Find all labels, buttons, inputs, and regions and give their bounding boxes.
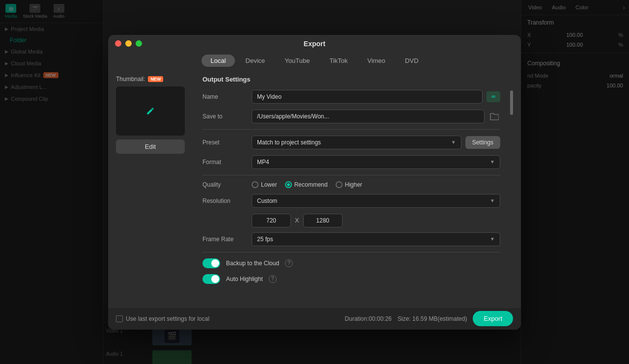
settings-divider-2 [202, 175, 500, 175]
preset-dropdown[interactable]: Match to project settings ▼ [252, 136, 461, 149]
settings-divider-1 [202, 129, 500, 130]
quality-higher[interactable]: Higher [336, 181, 362, 188]
thumbnail-new-badge: NEW [148, 76, 163, 82]
quality-lower[interactable]: Lower [252, 181, 277, 188]
quality-label: Quality [202, 181, 247, 188]
minimize-button[interactable] [125, 40, 132, 47]
ai-name-icon[interactable]: AI [486, 91, 500, 102]
quality-recommend[interactable]: Recommend [285, 181, 328, 188]
frame-rate-control: 25 fps ▼ [252, 232, 500, 246]
resolution-label: Resolution [202, 197, 247, 204]
thumbnail-preview [116, 86, 185, 136]
auto-highlight-toggle[interactable] [202, 274, 220, 284]
resolution-width-input[interactable] [252, 214, 291, 227]
format-control: MP4 ▼ [252, 155, 500, 169]
use-last-label: Use last export settings for local [126, 315, 209, 322]
backup-row: Backup to the Cloud ? [202, 258, 500, 268]
preset-dropdown-arrow: ▼ [451, 140, 456, 145]
use-last-checkbox-box[interactable] [116, 315, 123, 322]
tab-local[interactable]: Local [201, 55, 234, 67]
resolution-inputs-row: X [252, 214, 500, 227]
duration-info: Duration:00:00:26 [345, 315, 392, 322]
format-dropdown-arrow: ▼ [490, 159, 495, 165]
format-row: Format MP4 ▼ [202, 155, 500, 169]
name-label: Name [202, 93, 247, 100]
resolution-row: Resolution Custom ▼ [202, 194, 500, 208]
auto-highlight-help-icon[interactable]: ? [269, 275, 277, 283]
quality-control: Lower Recommend Higher [252, 181, 500, 188]
resolution-control: Custom ▼ [252, 194, 500, 208]
thumbnail-panel: Thumbnail: NEW Edit [116, 76, 195, 300]
name-control: AI [252, 90, 500, 104]
settings-button[interactable]: Settings [465, 136, 500, 149]
edit-thumbnail-button[interactable]: Edit [116, 140, 185, 154]
frame-rate-row: Frame Rate 25 fps ▼ [202, 232, 500, 246]
tab-device[interactable]: Device [237, 55, 274, 67]
framerate-dropdown-arrow: ▼ [490, 236, 495, 242]
export-button[interactable]: Export [473, 311, 513, 326]
auto-highlight-row: Auto Highlight ? [202, 274, 500, 284]
modal-overlay: Export Local Device YouTube TikTok Vimeo… [0, 0, 629, 364]
preset-control: Match to project settings ▼ Settings [252, 136, 500, 149]
radio-lower [252, 181, 258, 188]
modal-titlebar: Export [108, 35, 521, 53]
format-dropdown[interactable]: MP4 ▼ [252, 155, 500, 169]
preset-row: Preset Match to project settings ▼ Setti… [202, 136, 500, 149]
modal-title: Export [304, 40, 325, 48]
resolution-height-input[interactable] [303, 214, 343, 227]
resolution-x-separator: X [295, 217, 299, 224]
modal-body: Thumbnail: NEW Edit Output Settings Name [108, 71, 521, 308]
radio-higher [336, 181, 343, 188]
save-to-row: Save to /Users/apple/Movies/Won... [202, 110, 500, 123]
save-to-label: Save to [202, 113, 247, 120]
frame-rate-dropdown[interactable]: 25 fps ▼ [252, 232, 500, 246]
preset-label: Preset [202, 139, 247, 146]
toggle-knob [211, 259, 219, 267]
quality-group: Lower Recommend Higher [252, 181, 362, 188]
pencil-icon [146, 107, 155, 115]
auto-highlight-label: Auto Highlight [226, 276, 263, 282]
resolution-dropdown-arrow: ▼ [490, 198, 495, 203]
format-label: Format [202, 159, 247, 166]
close-button[interactable] [115, 40, 121, 47]
window-controls [115, 40, 142, 47]
save-to-control: /Users/apple/Movies/Won... [252, 110, 500, 123]
backup-label: Backup to the Cloud [226, 260, 279, 267]
name-row: Name AI [202, 90, 500, 104]
backup-toggle[interactable] [202, 258, 220, 268]
tab-youtube[interactable]: YouTube [276, 55, 318, 67]
radio-recommend [285, 181, 292, 188]
modal-tabs: Local Device YouTube TikTok Vimeo DVD [108, 53, 521, 71]
auto-highlight-toggle-knob [211, 275, 219, 283]
folder-browse-icon[interactable] [488, 111, 500, 122]
tab-vimeo[interactable]: Vimeo [358, 55, 394, 67]
use-last-checkbox[interactable]: Use last export settings for local [116, 315, 209, 322]
export-modal: Export Local Device YouTube TikTok Vimeo… [108, 35, 521, 330]
resolution-dropdown[interactable]: Custom ▼ [252, 194, 500, 208]
size-info: Size: 16.59 MB(estimated) [398, 315, 467, 322]
scrollbar-thumb[interactable] [510, 90, 513, 115]
tab-dvd[interactable]: DVD [396, 55, 427, 67]
settings-divider-3 [202, 252, 500, 252]
tab-tiktok[interactable]: TikTok [320, 55, 356, 67]
frame-rate-label: Frame Rate [202, 236, 247, 243]
thumbnail-label: Thumbnail: NEW [116, 76, 195, 83]
modal-footer: Use last export settings for local Durat… [108, 308, 521, 330]
name-input[interactable] [252, 90, 483, 104]
backup-help-icon[interactable]: ? [285, 259, 293, 267]
maximize-button[interactable] [136, 40, 142, 47]
quality-row: Quality Lower Recommend [202, 181, 500, 188]
output-settings-title: Output Settings [202, 76, 500, 83]
save-to-path[interactable]: /Users/apple/Movies/Won... [252, 110, 485, 123]
output-settings-panel: Output Settings Name AI Save to [202, 76, 500, 300]
